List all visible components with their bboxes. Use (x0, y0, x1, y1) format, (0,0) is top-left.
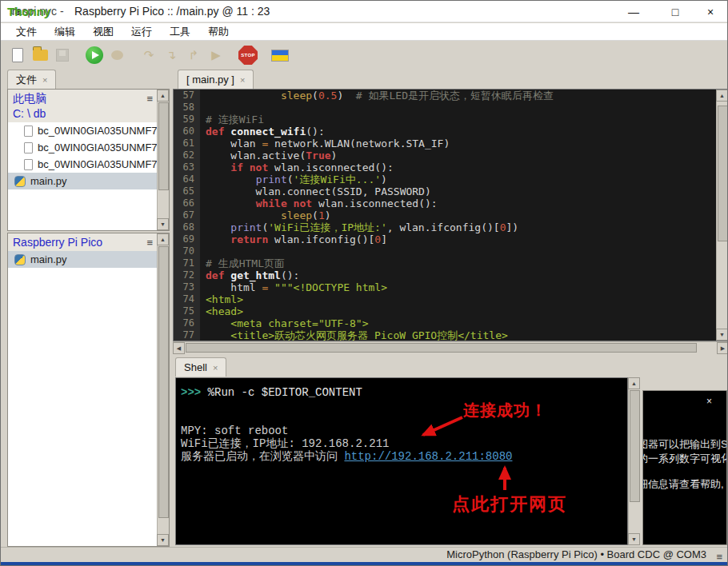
files-scrollbar[interactable] (157, 90, 169, 230)
code-text: if not wlan.isconnected(): (200, 161, 394, 173)
code-text: print('连接WiFi中...') (200, 173, 387, 185)
step-out-button: ↱ (183, 45, 204, 66)
code-token: if not (230, 161, 274, 173)
code-token: wlan.ifconfig()[ (274, 233, 374, 245)
editor-tab-close-icon[interactable]: × (240, 75, 245, 85)
python-file-icon (14, 176, 26, 187)
plotter-close-icon[interactable]: × (706, 396, 712, 407)
shell-tab-close-icon[interactable]: × (213, 363, 218, 373)
line-number: 77 (174, 329, 200, 341)
scroll-down-icon[interactable] (628, 533, 640, 545)
code-editor[interactable]: 57 sleep(0.5) # 如果LED是开启状态，短暂休眠后再检查5859#… (173, 89, 728, 341)
pico-label[interactable]: Raspberry Pi Pico (13, 235, 164, 250)
this-pc-label[interactable]: 此电脑 (13, 91, 164, 106)
menu-item[interactable]: 运行 (124, 23, 159, 41)
open-file-button[interactable] (30, 45, 50, 66)
editor-vscrollbar[interactable] (716, 90, 728, 341)
code-area[interactable]: 57 sleep(0.5) # 如果LED是开启状态，短暂休眠后再检查5859#… (174, 90, 715, 341)
scroll-up-icon[interactable] (157, 90, 169, 102)
file-name: bc_0WIN0GIA035UNMF7_ (38, 142, 163, 153)
code-token (206, 233, 230, 245)
code-text: sleep(0.5) # 如果LED是开启状态，短暂休眠后再检查 (200, 90, 554, 102)
file-list-item[interactable]: bc_0WIN0GIA035UNMF7_ (8, 122, 169, 139)
editor-hscrollbar[interactable] (173, 341, 728, 353)
shell-url-link[interactable]: http://192.168.2.211:8080 (344, 450, 512, 463)
tab-files[interactable]: 文件 × (7, 70, 56, 89)
code-line: 70 (174, 245, 715, 257)
code-token: print (230, 221, 262, 233)
code-token (206, 197, 256, 209)
files-panel-local: 此电脑 C: \ db bc_0WIN0GIA035UNMF7_bc_0WIN0… (7, 89, 170, 231)
scrollbar-thumb[interactable] (158, 246, 169, 518)
code-token (206, 90, 281, 102)
scroll-up-icon[interactable] (157, 233, 169, 245)
file-list-item[interactable]: bc_0WIN0GIA035UNMF7_ (8, 156, 169, 173)
code-text: <head> (200, 305, 243, 317)
file-list-item[interactable]: main.py (8, 251, 169, 268)
menu-item[interactable]: 视图 (86, 23, 121, 41)
scroll-down-icon[interactable] (157, 534, 169, 546)
shell-text: 服务器已启动，在浏览器中访问 (181, 450, 344, 463)
files-tab-close-icon[interactable]: × (42, 75, 47, 85)
shell-scrollbar[interactable] (628, 377, 640, 545)
current-path[interactable]: C: \ db (13, 106, 164, 122)
shell-output[interactable]: >>> %Run -c $EDITOR_CONTENTMPY: soft reb… (175, 377, 628, 545)
code-token: ( (312, 209, 318, 221)
code-line: 71# 生成HTML页面 (174, 257, 715, 269)
scrollbar-thumb[interactable] (186, 343, 697, 353)
menu-item[interactable]: 编辑 (47, 23, 82, 41)
step-into-icon: ↴ (166, 48, 177, 62)
pico-menu-icon[interactable] (146, 237, 153, 249)
debug-button (106, 45, 127, 66)
scroll-up-icon[interactable] (628, 377, 640, 389)
line-number: 70 (174, 245, 200, 257)
scroll-down-icon[interactable] (716, 329, 728, 341)
scrollbar-thumb[interactable] (718, 106, 728, 241)
resume-button: ▶ (206, 45, 226, 66)
step-over-icon: ↷ (144, 48, 154, 62)
scroll-down-icon[interactable] (157, 218, 169, 230)
code-text: <title>跃动芯火网页服务器 PicoW GPIO控制</title> (200, 329, 508, 341)
line-number: 76 (174, 317, 200, 329)
step-into-button: ↴ (161, 45, 182, 66)
tab-shell[interactable]: Shell × (175, 357, 226, 377)
title-app-name: Thonny (7, 5, 50, 18)
pico-panel-header: Raspberry Pi Pico (8, 233, 169, 251)
file-list-item[interactable]: bc_0WIN0GIA035UNMF7_ (8, 139, 169, 156)
code-token: sleep (281, 209, 312, 221)
code-token: connect_wifi (230, 126, 306, 138)
new-file-button[interactable] (7, 45, 28, 66)
file-list-item[interactable]: main.py (8, 173, 169, 189)
scrollbar-thumb[interactable] (158, 102, 169, 190)
plotter-text: 图器可以把输出到S (642, 437, 727, 452)
stop-button[interactable]: STOP (238, 45, 258, 66)
code-line: 66 while not wlan.isconnected(): (174, 197, 715, 209)
thonny-window: Th raspi.nyc - Thonny Raspberry Pi Pico … (0, 0, 728, 566)
code-token (206, 161, 230, 173)
files-menu-icon[interactable] (146, 93, 153, 105)
maximize-button[interactable]: □ (662, 3, 689, 21)
scroll-up-icon[interactable] (716, 90, 728, 102)
close-button[interactable]: × (697, 3, 724, 21)
minimize-button[interactable]: — (620, 3, 647, 21)
pico-scrollbar[interactable] (157, 233, 169, 546)
scrollbar-thumb[interactable] (630, 390, 640, 502)
ukraine-flag-button[interactable] (270, 45, 290, 66)
run-button[interactable] (84, 45, 105, 66)
open-folder-icon (33, 50, 48, 61)
scroll-right-icon[interactable] (717, 342, 728, 354)
menu-item[interactable]: 帮助 (201, 23, 236, 41)
menu-item[interactable]: 工具 (162, 23, 198, 41)
code-line: 59# 连接WiFi (174, 114, 715, 126)
code-token: (): (281, 269, 299, 281)
tab-main-py[interactable]: [ main.py ] × (178, 70, 254, 89)
taskbar-edge (1, 562, 727, 566)
annotation-connected: 连接成功！ (463, 400, 547, 421)
interpreter-status[interactable]: MicroPython (Raspberry Pi Pico) • Board … (446, 548, 706, 560)
files-panel-pico: Raspberry Pi Pico main.py (7, 233, 170, 547)
scroll-left-icon[interactable] (173, 342, 185, 354)
code-line: 69 return wlan.ifconfig()[0] (174, 233, 715, 245)
menu-item[interactable]: 文件 (9, 23, 44, 41)
code-text: # 连接WiFi (200, 114, 264, 126)
run-icon (86, 46, 103, 64)
